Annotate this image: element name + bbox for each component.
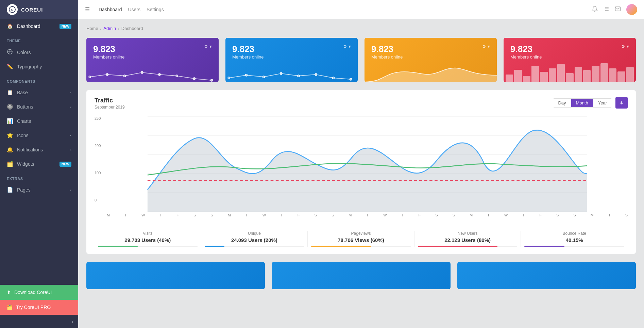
download-icon: ⬆ bbox=[7, 290, 11, 295]
period-btn-group: Day Month Year bbox=[553, 98, 612, 108]
pageviews-progress-bar bbox=[311, 246, 411, 247]
sidebar-item-label: Buttons bbox=[17, 104, 33, 110]
svg-point-13 bbox=[176, 75, 178, 77]
y-label-200: 200 bbox=[95, 144, 105, 148]
breadcrumb-admin[interactable]: Admin bbox=[103, 26, 116, 31]
sidebar-item-typography[interactable]: ✏️ Typography bbox=[0, 60, 78, 74]
sidebar-item-widgets[interactable]: 🗂️ Widgets NEW bbox=[0, 157, 78, 171]
unique-value: 24.093 Users (20%) bbox=[205, 237, 304, 243]
period-day-button[interactable]: Day bbox=[553, 99, 571, 107]
card-blue-number: 9.823 bbox=[232, 44, 264, 54]
card-blue-label: Members online bbox=[232, 54, 264, 60]
stat-visits: Visits 29.703 Users (40%) bbox=[95, 231, 201, 247]
hamburger-icon[interactable]: ☰ bbox=[85, 6, 90, 13]
bell-icon[interactable] bbox=[592, 6, 598, 13]
svg-text:C: C bbox=[11, 8, 14, 12]
header-right bbox=[592, 4, 637, 15]
charts-icon: 📊 bbox=[7, 118, 13, 124]
notifications-icon: 🔔 bbox=[7, 147, 13, 153]
y-label-0: 0 bbox=[95, 198, 105, 202]
breadcrumb-home[interactable]: Home bbox=[86, 26, 98, 31]
breadcrumb-current: Dashboard bbox=[121, 26, 143, 31]
colors-icon bbox=[7, 49, 13, 55]
card-purple-number: 9.823 bbox=[93, 44, 125, 54]
sidebar-item-label: Dashboard bbox=[17, 23, 40, 29]
card-purple-icons[interactable]: ⚙▾ bbox=[204, 44, 212, 49]
export-button[interactable] bbox=[615, 97, 628, 109]
sidebar-item-label: Pages bbox=[17, 187, 31, 193]
period-year-button[interactable]: Year bbox=[593, 99, 612, 107]
sidebar-brand[interactable]: C COREUI bbox=[0, 0, 78, 19]
bottom-card-2 bbox=[272, 262, 450, 289]
traffic-section: Traffic September 2019 Day Month Year bbox=[86, 90, 636, 254]
svg-point-16 bbox=[228, 77, 230, 79]
card-red-number: 9.823 bbox=[510, 44, 542, 54]
card-orange-number: 9.823 bbox=[371, 44, 403, 54]
traffic-stats-row: Visits 29.703 Users (40%) Unique 24.093 … bbox=[95, 224, 628, 247]
y-label-250: 250 bbox=[95, 116, 105, 120]
theme-section-label: THEME bbox=[0, 33, 78, 45]
svg-point-15 bbox=[210, 79, 213, 81]
sidebar-toggle-button[interactable]: ‹ bbox=[0, 315, 78, 328]
card-orange-icons[interactable]: ⚙▾ bbox=[482, 44, 490, 49]
header-nav-users[interactable]: Users bbox=[128, 5, 141, 14]
traffic-header: Traffic September 2019 Day Month Year bbox=[95, 97, 628, 110]
breadcrumb-sep2: / bbox=[118, 26, 119, 31]
svg-point-21 bbox=[315, 73, 317, 76]
svg-point-11 bbox=[141, 71, 143, 73]
sidebar-item-label: Base bbox=[17, 90, 28, 95]
bottom-cards-row bbox=[86, 262, 636, 289]
svg-point-12 bbox=[158, 73, 160, 76]
card-red-icons[interactable]: ⚙▾ bbox=[621, 44, 629, 49]
pageviews-label: Pageviews bbox=[311, 231, 411, 236]
svg-point-17 bbox=[245, 74, 247, 76]
toggle-icon: ‹ bbox=[72, 318, 73, 325]
stat-card-purple: 9.823 Members online ⚙▾ bbox=[86, 38, 219, 82]
user-avatar[interactable] bbox=[626, 4, 637, 15]
pages-arrow: ‹ bbox=[70, 188, 71, 192]
stat-pageviews: Pageviews 78.706 Views (60%) bbox=[308, 231, 414, 247]
header-nav-dashboard[interactable]: Dashboard bbox=[99, 5, 122, 14]
stat-unique: Unique 24.093 Users (20%) bbox=[201, 231, 308, 247]
card-orange-label: Members online bbox=[371, 54, 403, 60]
pageviews-value: 78.706 Views (60%) bbox=[311, 237, 411, 243]
sidebar-item-label: Widgets bbox=[17, 161, 34, 167]
breadcrumb-sep1: / bbox=[100, 26, 102, 31]
y-label-100: 100 bbox=[95, 171, 105, 175]
sidebar-item-notifications[interactable]: 🔔 Notifications ‹ bbox=[0, 143, 78, 157]
card-blue-icons[interactable]: ⚙▾ bbox=[343, 44, 351, 49]
sidebar-item-pages[interactable]: 📄 Pages ‹ bbox=[0, 183, 78, 197]
sidebar-item-label: Icons bbox=[17, 133, 28, 138]
traffic-chart-area: 250 200 100 0 bbox=[95, 116, 628, 217]
dashboard-badge: NEW bbox=[60, 24, 71, 29]
pages-icon: 📄 bbox=[7, 187, 13, 193]
sidebar-item-label: Charts bbox=[17, 118, 31, 124]
sidebar-item-charts[interactable]: 📊 Charts bbox=[0, 114, 78, 128]
sidebar-item-colors[interactable]: Colors bbox=[0, 45, 78, 60]
stat-card-blue: 9.823 Members online ⚙▾ bbox=[225, 38, 358, 82]
list-icon[interactable] bbox=[603, 6, 609, 13]
sidebar: C COREUI 🏠 Dashboard NEW THEME Colors ✏️… bbox=[0, 0, 78, 328]
sidebar-item-icons[interactable]: ⭐ Icons ‹ bbox=[0, 128, 78, 143]
buttons-icon: 🔘 bbox=[7, 104, 13, 110]
header-nav-settings[interactable]: Settings bbox=[147, 5, 164, 14]
icons-icon: ⭐ bbox=[7, 132, 13, 138]
sidebar-item-dashboard[interactable]: 🏠 Dashboard NEW bbox=[0, 19, 78, 33]
icons-arrow: ‹ bbox=[70, 133, 71, 137]
mail-icon[interactable] bbox=[615, 6, 621, 13]
stat-bounce-rate: Bounce Rate 40.15% bbox=[521, 231, 628, 247]
extras-section-label: EXTRAS bbox=[0, 171, 78, 183]
card-orange-chart bbox=[365, 62, 497, 82]
base-arrow: ‹ bbox=[70, 91, 71, 95]
try-pro-button[interactable]: 🗂️ Try CoreUI PRO bbox=[0, 300, 78, 315]
sidebar-item-buttons[interactable]: 🔘 Buttons ‹ bbox=[0, 100, 78, 114]
dashboard-icon: 🏠 bbox=[7, 23, 13, 29]
period-month-button[interactable]: Month bbox=[571, 99, 593, 107]
traffic-chart-svg bbox=[107, 116, 628, 212]
traffic-title: Traffic bbox=[95, 97, 125, 104]
download-label: Download CoreUI bbox=[14, 290, 52, 295]
sidebar-item-base[interactable]: 📋 Base ‹ bbox=[0, 85, 78, 100]
typography-icon: ✏️ bbox=[7, 64, 13, 70]
download-coreui-button[interactable]: ⬆ Download CoreUI bbox=[0, 285, 78, 300]
bounce-value: 40.15% bbox=[524, 237, 624, 243]
